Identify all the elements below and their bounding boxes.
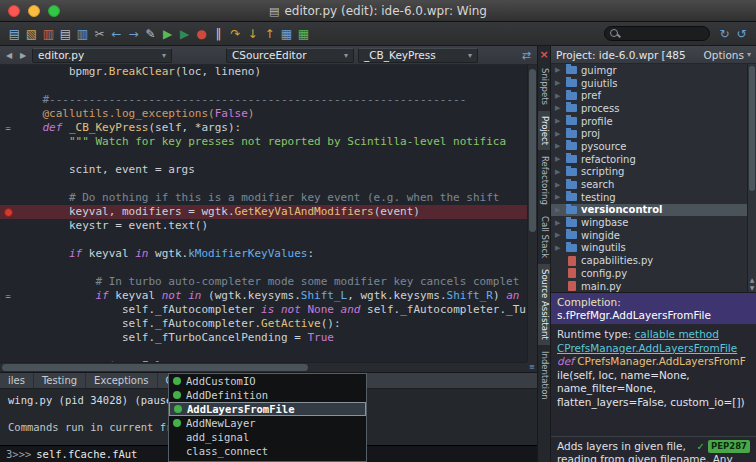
gutter[interactable] [0, 331, 16, 345]
tree-item-versioncontrol[interactable]: ▶versioncontrol [551, 204, 747, 217]
gutter[interactable] [0, 317, 16, 331]
code-line[interactable] [0, 233, 527, 247]
expand-icon[interactable]: ▶ [555, 244, 562, 252]
bottom-tab-testing[interactable]: Testing [34, 373, 86, 388]
code-line[interactable]: = if keyval not in (wgtk.keysyms.Shift_L… [0, 289, 527, 303]
forward-icon[interactable]: → [125, 23, 142, 45]
bottom-tab-exceptions[interactable]: Exceptions [86, 373, 157, 388]
code-line[interactable]: bpmgr.BreakClear(loc, lineno) [0, 65, 527, 79]
options-menu[interactable]: Options ▾ [703, 49, 751, 61]
gutter[interactable] [0, 79, 16, 93]
vertical-tab-indentation[interactable]: Indentation [538, 346, 550, 405]
gutter[interactable] [0, 163, 16, 177]
code-line[interactable]: scint, event = args [0, 163, 527, 177]
edit-icon[interactable]: ✎ [142, 23, 159, 45]
gutter[interactable] [0, 303, 16, 317]
symbol-dropdown[interactable]: _CB_KeyPress ▾ [358, 48, 478, 63]
sync-back-icon[interactable]: ↺ [733, 23, 750, 45]
tree-item-guimgr[interactable]: ▶guimgr [551, 64, 747, 77]
expand-icon[interactable]: ▶ [555, 117, 562, 125]
autocomplete-item[interactable]: AddLayersFromFile [169, 402, 366, 416]
expand-icon[interactable]: ▶ [555, 104, 562, 112]
expand-icon[interactable]: ▶ [555, 79, 562, 87]
tree-item-search[interactable]: ▶search [551, 178, 747, 191]
expand-icon[interactable]: ▶ [555, 231, 562, 239]
code-line[interactable] [0, 261, 527, 275]
breakpoint-gutter[interactable] [0, 205, 16, 219]
autocomplete-item[interactable]: class_connect [169, 444, 366, 458]
gutter[interactable] [0, 275, 16, 289]
sync-forward-icon[interactable]: ↻ [716, 23, 733, 45]
code-line[interactable] [0, 149, 527, 163]
symbol-link[interactable]: CPrefsManager.AddLayersFromFile [557, 342, 737, 354]
code-line[interactable]: # Do nothing if this is a modifier key e… [0, 191, 527, 205]
tree-item-pysource[interactable]: ▶pysource [551, 140, 747, 153]
stop-icon[interactable]: ● [193, 23, 210, 45]
code-line[interactable]: """ Watch for key presses not reported b… [0, 135, 527, 149]
gutter[interactable] [0, 219, 16, 233]
tree-item-scripting[interactable]: ▶scripting [551, 166, 747, 179]
tree-item-main.py[interactable]: main.py [551, 280, 747, 292]
forward-icon[interactable]: ▶ [18, 51, 28, 60]
code-line[interactable]: if keyval in wgtk.kModifierKeyValues: [0, 247, 527, 261]
step-out-icon[interactable]: ↑ [261, 23, 278, 45]
expand-icon[interactable]: ▶ [555, 155, 562, 163]
gutter[interactable]: = [0, 289, 16, 303]
tree-item-config.py[interactable]: config.py [551, 267, 747, 280]
back-icon[interactable]: ← [108, 23, 125, 45]
zoom-window-button[interactable] [48, 5, 60, 17]
autocomplete-item[interactable]: AddCustomIO [169, 374, 366, 388]
vertical-tab-refactoring[interactable]: Refactoring [538, 151, 550, 210]
save-file-icon[interactable]: ▥ [40, 23, 57, 45]
gutter[interactable] [0, 177, 16, 191]
tree-scroll-thumb[interactable] [749, 66, 755, 191]
step-over-icon[interactable]: ↷ [227, 23, 244, 45]
view-panels-icon[interactable]: ▦ [278, 23, 295, 45]
file-dropdown[interactable]: editor.py ▾ [32, 48, 172, 63]
tree-item-capabilities.py[interactable]: capabilities.py [551, 254, 747, 267]
gutter[interactable] [0, 135, 16, 149]
expand-icon[interactable]: ▶ [555, 181, 562, 189]
scrollbar-corner-icon[interactable]: ≡ [527, 362, 537, 372]
code-line[interactable] [0, 177, 527, 191]
vertical-tab-source-assistant[interactable]: Source Assistant [538, 264, 550, 345]
autocomplete-item[interactable]: AddNewLayer [169, 416, 366, 430]
search-input[interactable] [624, 28, 698, 39]
tree-item-profile[interactable]: ▶profile [551, 115, 747, 128]
code-line[interactable]: self._fAutocompleter.GetActive(): [0, 317, 527, 331]
code-line[interactable]: @callutils.log_exceptions(False) [0, 107, 527, 121]
code-line[interactable]: = def _CB_KeyPress(self, *args): [0, 121, 527, 135]
scope-dropdown[interactable]: CSourceEditor ▾ [226, 48, 354, 63]
tree-item-testing[interactable]: ▶testing [551, 191, 747, 204]
print-icon[interactable]: ▤ [57, 23, 74, 45]
scroll-down-icon[interactable]: ▼ [750, 284, 755, 292]
gutter[interactable] [0, 261, 16, 275]
tree-item-process[interactable]: ▶process [551, 102, 747, 115]
gutter[interactable] [0, 107, 16, 121]
view-split-icon[interactable]: ▦ [295, 23, 312, 45]
tree-item-pref[interactable]: ▶pref [551, 89, 747, 102]
horizontal-scroll-thumb[interactable] [2, 364, 308, 371]
run-icon[interactable]: ▶ [159, 23, 176, 45]
toolbar-search[interactable] [604, 26, 710, 41]
runtime-type-link[interactable]: callable method [635, 328, 719, 340]
code-line[interactable]: # In turbo auto-completer mode some modi… [0, 275, 527, 289]
vertical-tab-snippets[interactable]: Snippets [538, 63, 550, 110]
cut-icon[interactable]: ✂ [91, 23, 108, 45]
expand-icon[interactable]: ▶ [555, 66, 562, 74]
expand-icon[interactable]: ▶ [555, 168, 562, 176]
bottom-tab-iles[interactable]: iles [0, 373, 34, 388]
code-line[interactable]: #---------------------------------------… [0, 93, 527, 107]
autocomplete-item[interactable]: add_signal [169, 430, 366, 444]
vertical-tab-call-stack[interactable]: Call Stack [538, 211, 550, 263]
scroll-up-icon[interactable]: ▲ [750, 276, 755, 284]
editor-vertical-scrollbar[interactable] [527, 65, 537, 362]
new-file-icon[interactable]: ▤ [6, 23, 23, 45]
pause-icon[interactable]: ‖ [210, 23, 227, 45]
gutter[interactable] [0, 149, 16, 163]
expand-icon[interactable]: ▶ [555, 142, 562, 150]
profile-icon[interactable]: ▥ [74, 23, 91, 45]
gutter[interactable] [0, 247, 16, 261]
gutter[interactable] [0, 233, 16, 247]
vertical-scroll-thumb[interactable] [529, 69, 536, 232]
